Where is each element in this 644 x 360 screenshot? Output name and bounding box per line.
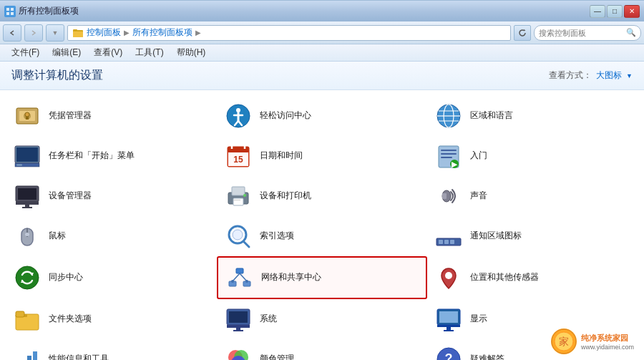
icon-item-14[interactable]: 位置和其他传感器 xyxy=(427,256,638,299)
address-path[interactable]: 控制面板 ▶ 所有控制面板项 ▶ xyxy=(67,25,511,41)
icon-item-11[interactable]: 通知区域图标 xyxy=(427,216,638,256)
breadcrumb-item-1[interactable]: 控制面板 xyxy=(87,26,121,39)
icon-item-15[interactable]: 文件夹选项 xyxy=(6,299,217,339)
menu-tools[interactable]: 工具(T) xyxy=(130,45,169,60)
svg-line-56 xyxy=(243,241,249,247)
watermark-line2: www.yidaimei.com xyxy=(581,344,634,351)
icon-item-8[interactable]: 声音 xyxy=(427,176,638,216)
refresh-button[interactable] xyxy=(514,25,531,41)
svg-rect-2 xyxy=(6,12,9,15)
view-mode-selector[interactable]: 查看方式： 大图标 ▼ xyxy=(549,69,633,82)
icon-label-3: 任务栏和「开始」菜单 xyxy=(49,150,135,162)
svg-rect-46 xyxy=(233,198,243,205)
svg-rect-41 xyxy=(16,202,39,205)
menu-help[interactable]: 帮助(H) xyxy=(171,45,212,60)
icon-label-5: 入门 xyxy=(470,150,487,162)
svg-rect-79 xyxy=(439,311,458,323)
svg-rect-72 xyxy=(16,311,24,317)
svg-rect-40 xyxy=(18,188,36,200)
icon-item-12[interactable]: 同步中心 xyxy=(6,256,217,299)
maximize-button[interactable]: □ xyxy=(607,5,623,18)
watermark: 家 纯净系统家园 www.yidaimei.com xyxy=(551,329,634,354)
icon-image-5: ▶ xyxy=(434,142,463,170)
breadcrumb: 控制面板 ▶ 所有控制面板项 ▶ xyxy=(72,26,201,39)
icon-label-11: 通知区域图标 xyxy=(470,230,522,242)
icon-image-20: ? xyxy=(434,345,463,360)
close-button[interactable]: ✕ xyxy=(624,5,640,18)
svg-rect-28 xyxy=(228,147,249,152)
icon-image-14 xyxy=(434,263,463,292)
svg-rect-86 xyxy=(33,351,37,360)
view-dropdown-arrow[interactable]: ▼ xyxy=(626,72,633,79)
icon-item-0[interactable]: 凭据管理器 xyxy=(6,96,217,136)
icon-image-13 xyxy=(225,263,254,292)
svg-rect-75 xyxy=(227,325,250,328)
icon-item-19[interactable]: 颜色管理 xyxy=(217,339,428,360)
svg-rect-1 xyxy=(11,8,14,11)
icon-label-8: 声音 xyxy=(470,190,487,202)
window-icon xyxy=(4,6,16,17)
icon-image-1 xyxy=(224,102,253,130)
icon-label-7: 设备和打印机 xyxy=(260,190,311,202)
svg-rect-24 xyxy=(16,147,38,162)
window-title: 所有控制面板项 xyxy=(19,5,79,17)
icon-image-12 xyxy=(13,263,42,292)
menu-edit[interactable]: 编辑(E) xyxy=(47,45,87,60)
breadcrumb-item-2[interactable]: 所有控制面板项 xyxy=(132,26,192,39)
svg-rect-85 xyxy=(27,356,31,360)
minimize-button[interactable]: — xyxy=(590,5,605,18)
svg-point-67 xyxy=(231,280,234,283)
svg-rect-5 xyxy=(73,31,83,37)
menu-view[interactable]: 查看(V) xyxy=(88,45,128,60)
icon-label-19: 颜色管理 xyxy=(260,354,294,360)
icon-image-19 xyxy=(224,345,253,360)
svg-rect-76 xyxy=(236,328,240,330)
icon-item-16[interactable]: 系统 xyxy=(217,299,428,339)
svg-rect-59 xyxy=(444,240,449,244)
icon-label-0: 凭据管理器 xyxy=(49,110,92,122)
svg-rect-60 xyxy=(450,240,454,244)
icon-item-3[interactable]: 任务栏和「开始」菜单 xyxy=(6,136,217,176)
svg-point-47 xyxy=(243,194,246,197)
icon-item-9[interactable]: 鼠标 xyxy=(6,216,217,256)
svg-rect-45 xyxy=(232,187,245,195)
icon-item-18[interactable]: 性能信息和工具 xyxy=(6,339,217,360)
back-button[interactable] xyxy=(3,24,21,42)
icon-item-2[interactable]: 区域和语言 xyxy=(427,96,638,136)
view-mode-label: 查看方式： xyxy=(549,69,592,82)
search-input[interactable] xyxy=(539,29,626,37)
forward-button[interactable] xyxy=(24,24,43,42)
icon-label-13: 网络和共享中心 xyxy=(261,272,321,283)
main-panel: 调整计算机的设置 查看方式： 大图标 ▼ 凭据管理器 轻松访问中心 区域和语言 … xyxy=(0,62,644,360)
menu-file[interactable]: 文件(F) xyxy=(6,45,45,60)
icon-item-10[interactable]: 索引选项 xyxy=(217,216,428,256)
watermark-line1: 纯净系统家园 xyxy=(581,333,634,344)
icon-item-13[interactable]: 网络和共享中心 xyxy=(217,256,428,299)
svg-rect-36 xyxy=(441,157,452,158)
view-mode-value[interactable]: 大图标 xyxy=(596,69,622,82)
icon-item-4[interactable]: 15 日期和时间 xyxy=(217,136,428,176)
icon-item-6[interactable]: 设备管理器 xyxy=(6,176,217,216)
icon-item-1[interactable]: 轻松访问中心 xyxy=(217,96,428,136)
icon-label-2: 区域和语言 xyxy=(470,110,513,122)
icon-image-10 xyxy=(224,222,253,250)
svg-rect-74 xyxy=(229,311,248,323)
panel-header: 调整计算机的设置 查看方式： 大图标 ▼ xyxy=(0,62,644,90)
icon-label-20: 疑难解答 xyxy=(470,354,504,360)
svg-point-11 xyxy=(25,112,29,117)
icon-image-17 xyxy=(434,305,463,334)
svg-point-69 xyxy=(445,272,452,279)
icon-image-3 xyxy=(13,142,42,170)
icon-item-5[interactable]: ▶ 入门 xyxy=(427,136,638,176)
svg-text:家: 家 xyxy=(559,336,569,347)
svg-text:?: ? xyxy=(445,351,453,360)
svg-point-61 xyxy=(16,266,39,289)
page-title: 调整计算机的设置 xyxy=(11,68,103,83)
svg-point-55 xyxy=(233,230,243,240)
up-button[interactable]: ▼ xyxy=(46,24,64,42)
icon-item-7[interactable]: 设备和打印机 xyxy=(217,176,428,216)
search-box[interactable]: 🔍 xyxy=(534,25,641,41)
svg-rect-58 xyxy=(439,240,443,244)
svg-rect-81 xyxy=(447,327,451,330)
svg-rect-62 xyxy=(236,268,243,273)
